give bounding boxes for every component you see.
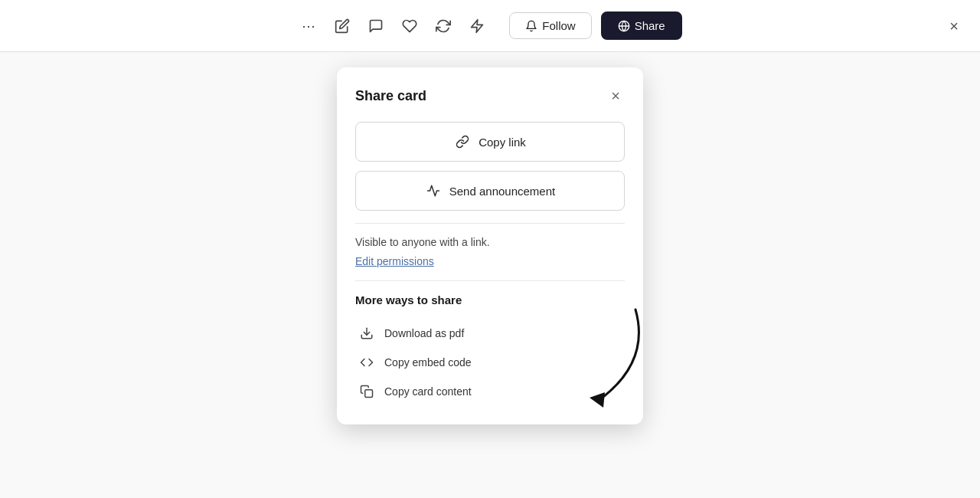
modal-backdrop: Share card × Copy link bbox=[0, 52, 980, 498]
more-ways-title: More ways to share bbox=[355, 293, 625, 306]
divider-2 bbox=[355, 280, 625, 281]
close-top-icon: × bbox=[949, 17, 959, 34]
copy-link-label: Copy link bbox=[479, 136, 526, 149]
modal-wrapper: Share card × Copy link bbox=[337, 67, 643, 424]
follow-button[interactable]: Follow bbox=[509, 12, 591, 39]
modal-close-button[interactable]: × bbox=[606, 86, 625, 106]
bell-icon bbox=[525, 20, 537, 32]
heart-icon[interactable] bbox=[399, 15, 420, 37]
copy-link-icon bbox=[454, 133, 471, 150]
svg-rect-4 bbox=[365, 390, 373, 398]
bolt-icon[interactable] bbox=[466, 15, 488, 37]
edit-permissions-link[interactable]: Edit permissions bbox=[355, 255, 434, 267]
modal-header: Share card × bbox=[355, 86, 625, 106]
share-card-modal: Share card × Copy link bbox=[337, 67, 643, 424]
announcement-icon bbox=[425, 182, 442, 199]
copy-card-content-button[interactable]: Copy card content bbox=[355, 377, 625, 406]
download-pdf-button[interactable]: Download as pdf bbox=[355, 319, 625, 348]
globe-icon bbox=[618, 20, 630, 32]
comment-icon[interactable] bbox=[365, 15, 387, 37]
modal-close-icon: × bbox=[611, 87, 620, 104]
visibility-text: Visible to anyone with a link. bbox=[355, 236, 625, 248]
copy-embed-label: Copy embed code bbox=[384, 356, 472, 369]
copy-embed-button[interactable]: Copy embed code bbox=[355, 348, 625, 377]
download-icon bbox=[358, 325, 375, 342]
sync-icon[interactable] bbox=[433, 15, 454, 37]
share-label: Share bbox=[635, 19, 665, 32]
edit-icon[interactable] bbox=[332, 15, 353, 37]
follow-label: Follow bbox=[542, 19, 575, 32]
copy-link-button[interactable]: Copy link bbox=[355, 122, 625, 162]
copy-content-icon bbox=[358, 383, 375, 400]
toolbar: ⋯ bbox=[0, 0, 980, 52]
modal-title: Share card bbox=[355, 88, 426, 104]
share-button[interactable]: Share bbox=[601, 11, 682, 40]
embed-icon bbox=[358, 354, 375, 371]
download-pdf-label: Download as pdf bbox=[384, 327, 464, 339]
send-announcement-button[interactable]: Send announcement bbox=[355, 171, 625, 211]
toolbar-icons: ⋯ bbox=[298, 15, 488, 37]
send-announcement-label: Send announcement bbox=[449, 185, 555, 198]
copy-card-content-label: Copy card content bbox=[384, 385, 472, 398]
more-icon[interactable]: ⋯ bbox=[298, 15, 319, 37]
svg-marker-0 bbox=[472, 19, 483, 32]
close-top-button[interactable]: × bbox=[946, 14, 962, 38]
divider-1 bbox=[355, 223, 625, 224]
